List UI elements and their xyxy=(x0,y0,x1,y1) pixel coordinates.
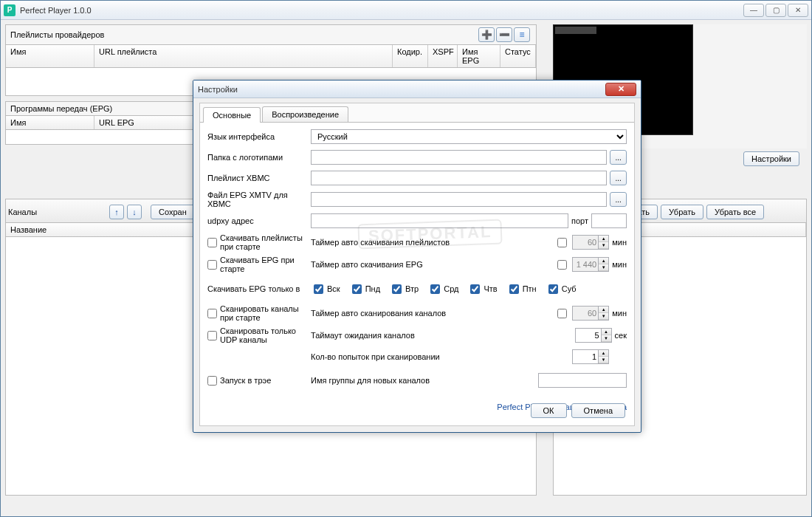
scan-udp-label: Сканировать только UDP каналы xyxy=(220,326,311,344)
day-mon-check[interactable] xyxy=(352,284,362,294)
day-thu-check[interactable] xyxy=(470,284,480,294)
udpxy-addr-label: udpxy адрес xyxy=(207,216,311,225)
settings-dialog: Настройки ✕ Основные Воспроизведение Язы… xyxy=(193,80,641,433)
timer-playlists-check[interactable] xyxy=(557,238,567,247)
unit-min-3: мин xyxy=(612,309,627,318)
timer-epg-spin[interactable]: ▲▼ xyxy=(572,257,609,272)
ok-button[interactable]: ОК xyxy=(531,403,567,418)
dl-epg-label: Скачивать EPG при старте xyxy=(220,256,311,273)
day-fri-check[interactable] xyxy=(509,284,519,294)
tray-check[interactable] xyxy=(207,376,217,386)
cancel-button[interactable]: Отмена xyxy=(571,403,625,418)
group-name-label: Имя группы для новых каналов xyxy=(311,376,535,385)
tab-main[interactable]: Основные xyxy=(203,107,261,123)
logo-remove-button[interactable]: Убрать xyxy=(661,205,703,219)
day-wed-check[interactable] xyxy=(430,284,440,294)
dl-epg-check[interactable] xyxy=(207,260,217,270)
col-url[interactable]: URL плейлиста xyxy=(94,45,393,67)
timer-epg-label: Таймер авто скачивания EPG xyxy=(311,260,551,269)
col-status[interactable]: Статус xyxy=(500,45,536,67)
channels-title: Каналы xyxy=(8,208,37,216)
channels-save-button[interactable]: Сохран xyxy=(151,205,195,219)
settings-button[interactable]: Настройки xyxy=(743,151,799,166)
dl-playlists-label: Скачивать плейлисты при старте xyxy=(220,233,311,251)
dialog-tabs: Основные Воспроизведение xyxy=(200,103,634,123)
scan-start-check[interactable] xyxy=(207,309,217,318)
dl-playlists-check[interactable] xyxy=(207,238,217,247)
dialog-title: Настройки xyxy=(198,85,605,94)
xbmc-epg-browse[interactable]: ... xyxy=(610,192,627,207)
close-button[interactable]: ✕ xyxy=(788,4,808,17)
channel-down-button[interactable]: ↓ xyxy=(127,205,142,219)
udpxy-addr-input[interactable] xyxy=(311,213,568,228)
day-tue-check[interactable] xyxy=(392,284,402,294)
lang-select[interactable]: Русский xyxy=(311,129,627,144)
timer-scan-check[interactable] xyxy=(557,309,567,318)
channel-up-button[interactable]: ↑ xyxy=(109,205,124,219)
xbmc-epg-input[interactable] xyxy=(311,192,607,207)
app-icon: P xyxy=(4,4,16,16)
logos-folder-label: Папка с логотипами xyxy=(207,153,311,162)
col-epg-name[interactable]: Имя xyxy=(6,116,94,129)
timer-epg-check[interactable] xyxy=(557,260,567,270)
day-sun-check[interactable] xyxy=(314,284,323,294)
dl-epg-only-label: Скачивать EPG только в xyxy=(207,284,311,293)
tab-playback[interactable]: Воспроизведение xyxy=(262,106,348,122)
main-titlebar[interactable]: P Perfect Player 1.0.0 — ▢ ✕ xyxy=(1,1,811,20)
logos-folder-browse[interactable]: ... xyxy=(610,150,627,165)
dialog-close-button[interactable]: ✕ xyxy=(605,83,636,96)
unit-sec: сек xyxy=(615,331,627,340)
scan-udp-check[interactable] xyxy=(207,331,217,340)
timeout-spin[interactable]: ▲▼ xyxy=(575,328,612,343)
unit-min-1: мин xyxy=(612,238,627,247)
lang-label: Язык интерфейса xyxy=(207,132,311,141)
providers-title: Плейлисты провайдеров xyxy=(10,30,104,39)
remove-playlist-button[interactable]: ➖ xyxy=(496,27,512,42)
window-title: Perfect Player 1.0.0 xyxy=(20,6,743,15)
retries-label: Кол-во попыток при сканировании xyxy=(311,352,569,361)
logo-remove-all-button[interactable]: Убрать все xyxy=(706,205,764,219)
unit-min-2: мин xyxy=(612,260,627,269)
group-name-input[interactable] xyxy=(538,373,627,388)
minimize-button[interactable]: — xyxy=(743,4,764,17)
logos-folder-input[interactable] xyxy=(311,150,607,165)
xbmc-playlist-browse[interactable]: ... xyxy=(610,171,627,185)
xbmc-playlist-label: Плейлист XBMC xyxy=(207,174,311,182)
maximize-button[interactable]: ▢ xyxy=(765,4,786,17)
tray-label: Запуск в трэе xyxy=(220,376,271,385)
timer-playlists-spin[interactable]: ▲▼ xyxy=(572,235,609,250)
day-sat-check[interactable] xyxy=(548,284,558,294)
col-name[interactable]: Имя xyxy=(6,45,94,67)
timeout-label: Таймаут ожидания каналов xyxy=(311,331,572,340)
xbmc-playlist-input[interactable] xyxy=(311,171,607,185)
timer-playlists-label: Таймер авто скачивания плейлистов xyxy=(311,238,551,247)
add-playlist-button[interactable]: ➕ xyxy=(478,27,495,42)
xbmc-epg-label: Файл EPG XMTV для XBMC xyxy=(207,191,311,208)
timer-scan-spin[interactable]: ▲▼ xyxy=(572,306,609,321)
scan-start-label: Сканировать каналы при старте xyxy=(220,304,311,322)
col-xspf[interactable]: XSPF xyxy=(428,45,458,67)
col-epgname[interactable]: Имя EPG xyxy=(458,45,500,67)
playlist-menu-button[interactable]: ≡ xyxy=(514,27,530,42)
providers-grid-head: Имя URL плейлиста Кодир. XSPF Имя EPG Ст… xyxy=(5,44,537,68)
udpxy-port-label: порт xyxy=(571,216,588,225)
col-enc[interactable]: Кодир. xyxy=(393,45,428,67)
video-overlay xyxy=(555,27,596,34)
timer-scan-label: Таймер авто сканирования каналов xyxy=(311,309,551,318)
dialog-titlebar[interactable]: Настройки ✕ xyxy=(193,81,641,98)
retries-spin[interactable]: ▲▼ xyxy=(572,349,609,364)
udpxy-port-input[interactable] xyxy=(591,213,627,228)
